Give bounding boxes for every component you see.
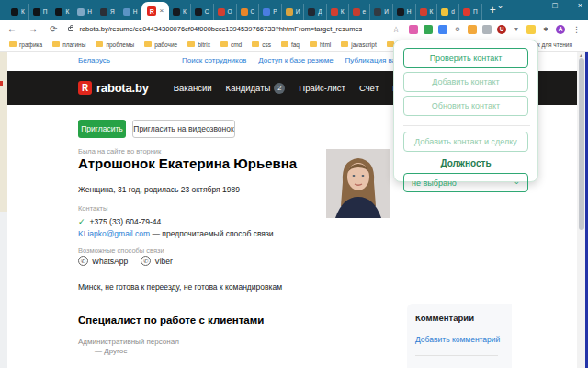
- folder-icon: [310, 41, 317, 47]
- tab-label: П: [43, 9, 48, 16]
- nav-item[interactable]: Счёт: [359, 83, 379, 93]
- extension-icon[interactable]: U: [497, 25, 506, 34]
- browser-menu-icon[interactable]: ⋮: [572, 25, 581, 34]
- candidate-photo[interactable]: [326, 149, 390, 218]
- bookmark-folder[interactable]: html: [310, 41, 331, 48]
- chevron-down-icon: ⌄: [513, 177, 520, 186]
- bookmark-folder[interactable]: графика: [9, 41, 42, 48]
- extension-icon[interactable]: [468, 25, 477, 34]
- window-menu-icon[interactable]: ⌄: [497, 2, 504, 10]
- top-link[interactable]: Доступ к базе резюме: [258, 56, 333, 64]
- lock-icon[interactable]: [68, 27, 74, 31]
- bookmark-folder[interactable]: bitrix: [187, 41, 210, 48]
- bookmark-folder[interactable]: faq: [281, 41, 300, 48]
- browser-tab[interactable]: Н: [119, 4, 142, 20]
- address-bar[interactable]: rabota.by/resume/ee04434300076cf04f000bc…: [79, 25, 362, 33]
- browser-tab[interactable]: d: [437, 4, 459, 20]
- scrollbar[interactable]: ▲: [577, 52, 585, 368]
- extension-icon[interactable]: ✱: [541, 25, 550, 34]
- bookmark-folder[interactable]: плагины: [52, 41, 85, 48]
- browser-tab-active[interactable]: R ×: [141, 2, 169, 20]
- browser-tab[interactable]: Н: [393, 4, 416, 20]
- back-icon[interactable]: ←: [7, 24, 17, 34]
- extension-icon[interactable]: [482, 25, 492, 34]
- browser-tab[interactable]: К: [169, 4, 191, 20]
- contacts-label: Контакты: [78, 204, 107, 213]
- messenger-channel[interactable]: ✆ Viber: [141, 256, 173, 266]
- browser-tab[interactable]: Д: [304, 4, 326, 20]
- browser-tab[interactable]: И: [370, 4, 393, 20]
- browser-tab[interactable]: К: [327, 4, 349, 20]
- window-close-icon[interactable]: ×: [578, 2, 582, 10]
- video-invite-button[interactable]: Пригласить на видеозвонок: [132, 120, 235, 138]
- window-minimize-icon[interactable]: —: [524, 2, 532, 10]
- folder-icon: [220, 41, 228, 47]
- candidate-name: Атрошонок Екатерина Юрьевна: [78, 155, 297, 171]
- tab-favicon-icon: [218, 8, 225, 16]
- tab-favicon-icon: [463, 8, 470, 16]
- nav-item[interactable]: Вакансии: [174, 83, 212, 93]
- extension-icon[interactable]: A: [556, 25, 565, 34]
- browser-tab[interactable]: И: [282, 4, 305, 20]
- bookmark-folder[interactable]: cmd: [220, 41, 242, 48]
- region-link[interactable]: Беларусь: [78, 56, 110, 64]
- phone-row: ✓ +375 (33) 604-79-44: [78, 217, 161, 226]
- browser-tab[interactable]: К: [416, 4, 438, 20]
- add-comment-link[interactable]: Добавить комментарий: [415, 335, 503, 344]
- add-contact-deal-button[interactable]: Добавить контакт и сделку: [403, 132, 528, 152]
- extension-icon[interactable]: [526, 25, 536, 34]
- nav-item[interactable]: Кандидаты 2: [226, 83, 286, 94]
- bookmark-star-icon[interactable]: ☆: [392, 25, 400, 34]
- browser-tab[interactable]: С: [191, 4, 214, 20]
- extension-icon[interactable]: ▼: [512, 25, 521, 34]
- browser-tab[interactable]: П: [459, 4, 482, 20]
- email-link[interactable]: KLiapko@gmail.com: [78, 229, 150, 238]
- tab-close-icon[interactable]: ×: [159, 7, 164, 15]
- extension-icon[interactable]: [424, 25, 433, 34]
- tab-label: И: [384, 9, 389, 16]
- rabota-logo[interactable]: R rabota.by: [78, 81, 149, 95]
- forward-icon[interactable]: →: [28, 24, 38, 34]
- reload-icon[interactable]: ⟳: [50, 24, 57, 34]
- browser-tab[interactable]: К: [7, 4, 29, 20]
- scrollbar-thumb[interactable]: [579, 58, 584, 230]
- position-select[interactable]: не выбрано ⌄: [403, 173, 528, 192]
- tab-favicon-icon: [123, 8, 130, 16]
- bookmark-folder[interactable]: рабочие: [144, 41, 177, 48]
- tab-favicon-icon: [397, 8, 404, 16]
- browser-tab[interactable]: К: [51, 4, 74, 20]
- bookmark-label: проблемы: [106, 41, 134, 48]
- invite-button[interactable]: Пригласить: [78, 120, 126, 138]
- rabota-logo-text: rabota.by: [96, 81, 149, 95]
- bookmark-label: faq: [291, 41, 300, 48]
- bookmark-label: рабочие: [154, 41, 177, 48]
- screen: К П К Н Я Н R × К С: [0, 0, 588, 368]
- bookmark-folder[interactable]: javascript: [341, 41, 376, 48]
- bookmark-folder[interactable]: css: [252, 41, 271, 48]
- bookmark-folder[interactable]: проблемы: [96, 41, 134, 48]
- background-window-left: [0, 52, 7, 212]
- messenger-channel[interactable]: ✆ WhatsApp: [78, 256, 128, 266]
- top-link[interactable]: Поиск сотрудников: [182, 56, 246, 64]
- browser-tab[interactable]: е: [349, 4, 371, 20]
- popup-action-button[interactable]: Обновить контакт: [403, 96, 528, 116]
- browser-tab[interactable]: Н: [74, 4, 96, 20]
- extension-icon[interactable]: [409, 25, 418, 34]
- browser-tab[interactable]: П: [29, 4, 52, 20]
- new-tab-button[interactable]: +: [490, 4, 496, 17]
- popup-action-button[interactable]: Проверить контакт: [403, 48, 528, 68]
- folder-icon: [52, 41, 60, 47]
- extension-icon[interactable]: ⚙: [453, 25, 462, 34]
- nav-badge: 2: [274, 83, 285, 94]
- browser-tab[interactable]: С: [237, 4, 260, 20]
- tab-label: Н: [407, 9, 412, 16]
- extension-icon[interactable]: [438, 25, 447, 34]
- tab-favicon-icon: [55, 8, 62, 16]
- browser-tab[interactable]: Я: [96, 4, 119, 20]
- nav-item[interactable]: Прайс-лист: [299, 83, 345, 93]
- browser-tab[interactable]: О: [214, 4, 237, 20]
- window-maximize-icon[interactable]: □: [552, 2, 557, 10]
- popup-action-button[interactable]: Добавить контакт: [403, 72, 528, 92]
- tab-favicon-icon: [331, 8, 338, 16]
- browser-tab[interactable]: Р: [259, 4, 281, 20]
